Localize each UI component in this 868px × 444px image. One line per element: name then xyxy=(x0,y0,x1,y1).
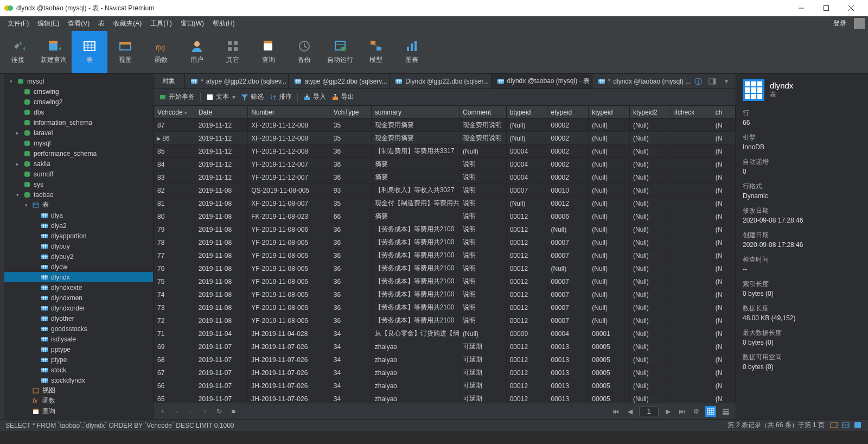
table-cell[interactable]: 说明 xyxy=(459,314,507,327)
editor-tab[interactable]: 对象 xyxy=(154,74,185,89)
menu-item[interactable]: 帮助(H) xyxy=(208,17,239,30)
menu-item[interactable]: 收藏夹(A) xyxy=(109,17,146,30)
table-cell[interactable]: 【制造费用】等费用共3317 xyxy=(371,145,459,158)
table-cell[interactable]: 现金费用摘要 xyxy=(371,132,459,145)
table-cell[interactable]: 36 xyxy=(330,262,371,275)
data-grid[interactable]: Vchcode ▾DateNumberVchTypesummaryComment… xyxy=(154,105,736,403)
table-cell[interactable] xyxy=(671,288,712,301)
table-cell[interactable]: (N xyxy=(712,314,735,327)
table-row[interactable]: 722019-11-08YF-2019-11-08-00536【劳务成本】等费用… xyxy=(154,314,736,327)
table-cell[interactable]: 00005 xyxy=(589,392,630,403)
table-cell[interactable]: (Null) xyxy=(630,301,671,314)
table-cell[interactable]: 00007 xyxy=(506,184,547,197)
ribbon-newquery-button[interactable]: +新建查询 xyxy=(36,31,72,73)
table-cell[interactable]: (Null) xyxy=(630,327,671,340)
table-cell[interactable]: 34 xyxy=(330,340,371,353)
table-cell[interactable]: 【劳务成本】等费用共2100 xyxy=(371,223,459,236)
refresh-button[interactable]: ↻ xyxy=(214,407,224,416)
tree-item[interactable]: dlyother xyxy=(4,313,153,324)
table-cell[interactable]: 00012 xyxy=(506,223,547,236)
table-cell[interactable]: 00013 xyxy=(547,379,589,392)
table-cell[interactable]: (Null) xyxy=(630,119,671,132)
table-cell[interactable]: 00012 xyxy=(506,379,547,392)
tree-item[interactable]: dlya xyxy=(4,210,153,220)
table-cell[interactable]: 74 xyxy=(154,288,195,301)
table-cell[interactable]: 【劳务成本】等费用共2100 xyxy=(371,236,459,249)
tree-item[interactable]: dlya2 xyxy=(4,220,153,231)
table-cell[interactable]: 可延期 xyxy=(459,392,507,403)
table-cell[interactable]: 2019-11-08 xyxy=(195,210,247,223)
table-cell[interactable]: (Null) xyxy=(589,288,630,301)
table-cell[interactable]: 00005 xyxy=(589,340,630,353)
table-cell[interactable]: XF-2019-11-08-007 xyxy=(248,197,330,210)
table-row[interactable]: 672019-11-07JH-2019-11-07-02634zhaiyao可延… xyxy=(154,366,736,379)
table-cell[interactable]: 00012 xyxy=(506,236,547,249)
table-cell[interactable] xyxy=(671,353,712,366)
remove-row-button[interactable]: － xyxy=(172,407,182,416)
table-cell[interactable]: (Null) xyxy=(630,184,671,197)
table-cell[interactable]: (Null) xyxy=(547,262,589,275)
table-row[interactable]: 832019-11-12YF-2019-11-12-00736摘要说明00004… xyxy=(154,171,736,184)
ribbon-fx-button[interactable]: f(x)函数 xyxy=(143,31,179,73)
table-cell[interactable]: 00012 xyxy=(506,262,547,275)
table-row[interactable]: 652019-11-07JH-2019-11-07-02634zhaiyao可延… xyxy=(154,392,736,403)
table-cell[interactable]: (N xyxy=(712,171,735,184)
table-cell[interactable]: 36 xyxy=(330,288,371,301)
ribbon-chart-button[interactable]: 图表 xyxy=(394,31,430,73)
table-cell[interactable]: (Null) xyxy=(630,197,671,210)
tree-item[interactable]: stock xyxy=(4,365,153,375)
table-cell[interactable]: (N xyxy=(712,392,735,403)
nav-last-button[interactable]: ⏭ xyxy=(677,407,687,416)
table-cell[interactable]: 说明 xyxy=(459,197,507,210)
table-cell[interactable] xyxy=(671,301,712,314)
panel-toggle-icon[interactable] xyxy=(707,77,717,86)
table-row[interactable]: 812019-11-08XF-2019-11-08-00735现金付【制造费用】… xyxy=(154,197,736,210)
table-cell[interactable]: (N xyxy=(712,119,735,132)
table-cell[interactable]: JH-2019-11-07-026 xyxy=(248,340,330,353)
table-cell[interactable]: 2019-11-07 xyxy=(195,340,247,353)
table-cell[interactable]: (Null) xyxy=(589,197,630,210)
table-cell[interactable] xyxy=(671,275,712,288)
tree-item[interactable]: 视图 xyxy=(4,385,153,396)
table-cell[interactable]: (Null) xyxy=(589,145,630,158)
table-cell[interactable]: JH-2019-11-07-026 xyxy=(248,392,330,403)
table-cell[interactable]: 36 xyxy=(330,236,371,249)
table-cell[interactable]: 2019-11-08 xyxy=(195,223,247,236)
table-cell[interactable]: 00007 xyxy=(547,288,589,301)
table-cell[interactable] xyxy=(671,249,712,262)
table-cell[interactable]: (N xyxy=(712,236,735,249)
table-cell[interactable]: 2019-11-08 xyxy=(195,301,247,314)
table-cell[interactable]: 93 xyxy=(330,184,371,197)
tree-item[interactable]: performance_schema xyxy=(4,148,153,158)
table-cell[interactable]: (N xyxy=(712,132,735,145)
table-cell[interactable]: (Null) xyxy=(459,145,507,158)
table-cell[interactable] xyxy=(671,392,712,403)
table-cell[interactable]: (Null) xyxy=(506,119,547,132)
table-cell[interactable]: (Null) xyxy=(589,158,630,171)
tree-item[interactable]: mysql xyxy=(4,138,153,148)
table-cell[interactable]: 【劳务成本】等费用共2100 xyxy=(371,249,459,262)
table-row[interactable]: 662019-11-07JH-2019-11-07-02634zhaiyao可延… xyxy=(154,379,736,392)
ribbon-backup-button[interactable]: 备份 xyxy=(286,31,322,73)
table-cell[interactable]: (Null) xyxy=(630,379,671,392)
table-cell[interactable]: (Null) xyxy=(589,184,630,197)
settings-icon[interactable]: ⚙ xyxy=(691,407,701,416)
table-cell[interactable]: 76 xyxy=(154,262,195,275)
tree-item[interactable]: dlycw xyxy=(4,262,153,272)
table-cell[interactable]: 34 xyxy=(330,366,371,379)
table-cell[interactable]: 2019-11-12 xyxy=(195,119,247,132)
table-cell[interactable]: 2019-11-12 xyxy=(195,132,247,145)
table-cell[interactable] xyxy=(671,327,712,340)
table-cell[interactable]: (N xyxy=(712,275,735,288)
table-cell[interactable]: (Null) xyxy=(630,275,671,288)
table-cell[interactable]: (N xyxy=(712,158,735,171)
table-cell[interactable] xyxy=(671,197,712,210)
table-cell[interactable]: YF-2019-11-08-005 xyxy=(248,249,330,262)
table-cell[interactable]: (N xyxy=(712,249,735,262)
table-cell[interactable]: 00002 xyxy=(547,145,589,158)
table-cell[interactable]: 81 xyxy=(154,197,195,210)
table-cell[interactable]: 摘要 xyxy=(371,210,459,223)
table-cell[interactable]: 2019-11-08 xyxy=(195,197,247,210)
table-cell[interactable]: 现金付【制造费用】等费用共 xyxy=(371,197,459,210)
nav-first-button[interactable]: ⏮ xyxy=(611,407,621,416)
